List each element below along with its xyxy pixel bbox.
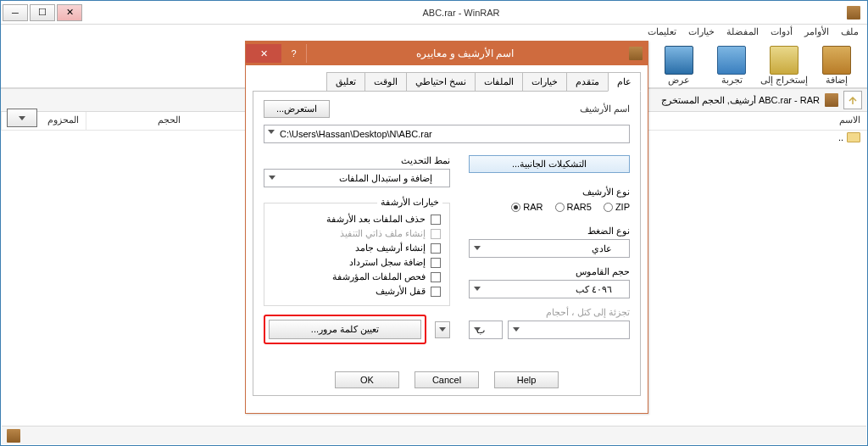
browse-button[interactable]: استعرض... xyxy=(264,100,330,118)
ok-button[interactable]: OK xyxy=(335,371,399,388)
dictionary-combo[interactable]: ٤٠٩٦ كب xyxy=(469,280,630,298)
close-button[interactable]: ✕ xyxy=(57,4,82,21)
checkbox-icon xyxy=(431,215,441,225)
radio-dot-icon xyxy=(604,203,613,212)
window-title: ABC.rar - WinRAR xyxy=(82,8,840,18)
add-icon xyxy=(822,46,851,75)
checkbox-icon xyxy=(431,243,441,254)
up-arrow-icon xyxy=(847,95,859,105)
menu-file[interactable]: ملف xyxy=(841,26,859,42)
radio-dot-icon xyxy=(555,203,565,212)
chevron-down-icon xyxy=(474,246,481,250)
profiles-button[interactable]: التشكيلات الجانبية... xyxy=(469,155,630,173)
cancel-button[interactable]: Cancel xyxy=(415,371,479,388)
opt-sfx: إنشاء ملف ذاتي التنفيذ xyxy=(273,228,441,239)
tab-time[interactable]: الوقت xyxy=(364,72,407,91)
toolbar-extract-to[interactable]: إستخراج إلى xyxy=(759,43,810,87)
chevron-down-icon xyxy=(513,327,520,332)
tab-comment[interactable]: تعليق xyxy=(326,72,365,91)
chevron-down-icon xyxy=(19,116,25,120)
extract-icon xyxy=(770,46,798,75)
help-button[interactable]: Help xyxy=(494,371,559,388)
toolbar-view[interactable]: عرض xyxy=(654,43,704,87)
opt-lock[interactable]: قفل الأرشيف xyxy=(273,286,441,297)
chevron-down-icon xyxy=(474,327,481,332)
tab-general[interactable]: عام xyxy=(608,72,641,92)
split-unit-combo[interactable]: ب xyxy=(469,321,503,339)
menu-help[interactable]: تعليمات xyxy=(648,26,676,42)
checkbox-icon xyxy=(431,272,441,282)
minimize-button[interactable]: ─ xyxy=(3,4,28,21)
password-highlight: تعيين كلمة مرور... xyxy=(264,315,426,344)
tab-files[interactable]: الملفات xyxy=(475,72,523,91)
up-button[interactable] xyxy=(843,91,862,109)
split-label: تجزئة إلى كتل ، أحجام xyxy=(469,307,630,318)
archive-options-group: خيارات الأرشفة حذف الملفات بعد الأرشفة إ… xyxy=(264,203,450,306)
opt-delete-after[interactable]: حذف الملفات بعد الأرشفة xyxy=(273,214,441,225)
tab-advanced[interactable]: متقدم xyxy=(566,72,609,91)
titlebar: ─ ☐ ✕ ABC.rar - WinRAR xyxy=(1,1,867,25)
opt-recovery[interactable]: إضافة سجل استرداد xyxy=(273,257,441,268)
toolbar-test[interactable]: تجربة xyxy=(706,43,757,87)
dialog-right-column: التشكيلات الجانبية... نوع الأرشيف RAR RA… xyxy=(469,150,630,346)
column-size[interactable]: الحجم xyxy=(86,112,187,130)
radio-zip[interactable]: ZIP xyxy=(604,202,630,212)
split-size-combo[interactable] xyxy=(508,321,630,339)
toolbar-test-label: تجربة xyxy=(721,75,743,86)
archive-name-input[interactable]: C:\Users\Hassan\Desktop\N\ABC.rar xyxy=(264,125,630,143)
update-mode-label: نمط التحديث xyxy=(264,155,450,166)
maximize-button[interactable]: ☐ xyxy=(30,4,55,21)
chevron-down-icon xyxy=(269,176,275,180)
tab-backup[interactable]: نسخ احتياطي xyxy=(406,72,476,91)
dictionary-value: ٤٠٩٦ كب xyxy=(576,284,612,295)
toolbar-add[interactable]: إضافة xyxy=(811,43,862,87)
dialog-help-button[interactable]: ? xyxy=(281,44,307,63)
tab-options[interactable]: خيارات xyxy=(522,72,567,91)
radio-rar5[interactable]: RAR5 xyxy=(555,202,592,212)
compression-value: عادي xyxy=(592,243,612,254)
dialog-title: اسم الأرشيف و معاييره xyxy=(307,47,624,59)
update-mode-combo[interactable]: إضافة و استبدال الملفات xyxy=(264,169,450,187)
options-group-title: خيارات الأرشفة xyxy=(377,197,442,208)
opt-solid[interactable]: إنشاء أرشيف جامد xyxy=(273,243,441,254)
archive-dialog: ✕ ? اسم الأرشيف و معاييره عام متقدم خيار… xyxy=(245,41,648,414)
set-password-button[interactable]: تعيين كلمة مرور... xyxy=(269,320,421,339)
menu-options[interactable]: خيارات xyxy=(688,26,715,42)
menu-favorites[interactable]: المفضلة xyxy=(726,26,759,42)
dialog-left-column: نمط التحديث إضافة و استبدال الملفات خيار… xyxy=(264,150,450,346)
compression-combo[interactable]: عادي xyxy=(469,239,630,258)
dialog-buttons: OK Cancel Help xyxy=(253,371,640,388)
opt-test[interactable]: فحص الملفات المؤرشفة xyxy=(273,271,441,282)
dictionary-label: حجم القاموس xyxy=(469,266,630,277)
archive-icon xyxy=(825,93,838,107)
dialog-icon xyxy=(629,47,643,60)
view-icon xyxy=(665,46,693,75)
update-mode-value: إضافة و استبدال الملفات xyxy=(339,173,432,184)
toolbar-view-label: عرض xyxy=(668,75,690,86)
toolbar-add-label: إضافة xyxy=(826,75,848,86)
app-icon xyxy=(847,6,860,20)
folder-icon xyxy=(847,132,860,142)
window-controls: ─ ☐ ✕ xyxy=(1,4,82,21)
checkbox-icon xyxy=(431,229,441,239)
address-dropdown[interactable] xyxy=(7,109,37,127)
split-chevron-button[interactable] xyxy=(435,321,450,338)
format-label: نوع الأرشيف xyxy=(469,187,630,198)
toolbar-extract-label: إستخراج إلى xyxy=(760,75,808,86)
chevron-down-icon xyxy=(268,130,275,134)
radio-rar[interactable]: RAR xyxy=(511,202,542,212)
chevron-down-icon xyxy=(439,327,446,332)
format-radios: RAR RAR5 ZIP xyxy=(469,200,630,214)
menubar: ملف الأوامر أدوات المفضلة خيارات تعليمات xyxy=(1,25,867,42)
archive-path-value: C:\Users\Hassan\Desktop\N\ABC.rar xyxy=(280,129,432,139)
checkbox-icon xyxy=(431,287,441,297)
menu-commands[interactable]: الأوامر xyxy=(804,26,829,42)
checkbox-icon xyxy=(431,258,441,268)
chevron-down-icon xyxy=(474,287,481,291)
dialog-tabs: عام متقدم خيارات الملفات نسخ احتياطي الو… xyxy=(253,72,641,91)
menu-tools[interactable]: أدوات xyxy=(771,26,793,42)
compression-label: نوع الضغط xyxy=(469,226,630,237)
dialog-close-button[interactable]: ✕ xyxy=(246,44,281,63)
test-icon xyxy=(717,46,746,75)
status-app-icon xyxy=(7,429,20,443)
